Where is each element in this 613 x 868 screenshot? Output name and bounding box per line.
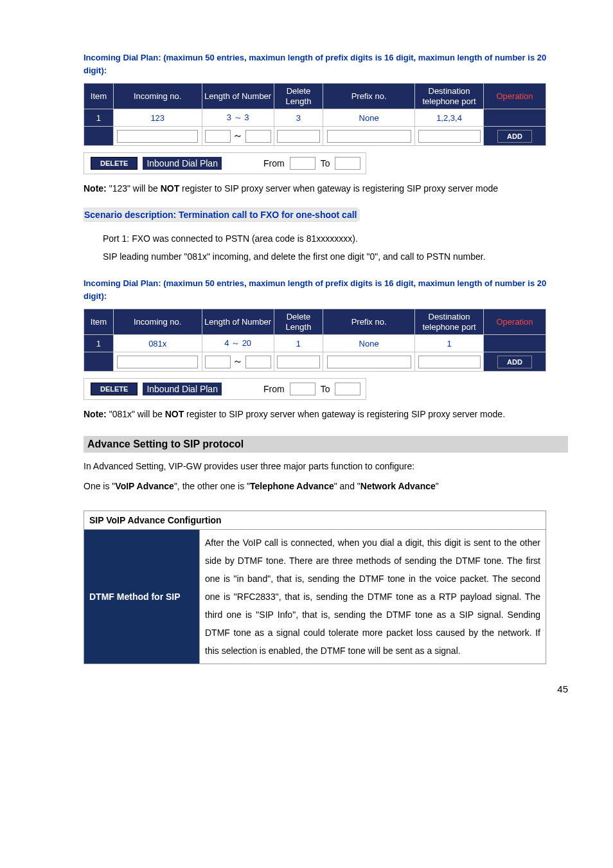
to-input[interactable] bbox=[335, 383, 360, 395]
col-length: Length of Number bbox=[202, 84, 274, 109]
tilde-label: ～ bbox=[233, 130, 243, 141]
col-dest: Destination telephone port bbox=[414, 84, 483, 109]
length-to-input[interactable] bbox=[245, 130, 271, 143]
cell-length: 3 ～ 3 bbox=[202, 109, 274, 127]
from-label: From bbox=[263, 384, 285, 394]
cell-incoming-input bbox=[113, 352, 202, 372]
cell-item-input bbox=[84, 127, 114, 146]
length-to-input[interactable] bbox=[245, 356, 271, 368]
delete-input[interactable] bbox=[277, 356, 321, 368]
dialplan-title-2: Incoming Dial Plan: (maximun 50 entries,… bbox=[84, 277, 568, 302]
to-label: To bbox=[321, 384, 330, 394]
inbound-label: Inbound Dial Plan bbox=[143, 383, 222, 395]
cell-length-input: ～ bbox=[202, 352, 274, 372]
dest-input[interactable] bbox=[418, 130, 481, 143]
incoming-input[interactable] bbox=[117, 356, 198, 368]
table-row: 1 081x 4 ～ 20 1 None 1 bbox=[84, 335, 546, 352]
cell-op bbox=[484, 109, 546, 127]
col-dest: Destination telephone port bbox=[414, 309, 483, 335]
cell-incoming-input bbox=[113, 127, 202, 146]
cell-op bbox=[484, 335, 546, 352]
cell-dest: 1 bbox=[414, 335, 483, 352]
scenario-heading: Scenario description: Termination call t… bbox=[84, 209, 360, 221]
cell-item-input bbox=[84, 352, 114, 372]
dialplan-footer-1: DELETE Inbound Dial Plan From To bbox=[84, 152, 546, 174]
inbound-label: Inbound Dial Plan bbox=[143, 157, 222, 170]
cell-add: ADD bbox=[484, 352, 546, 372]
cell-dest: 1,2,3,4 bbox=[414, 109, 483, 127]
cell-dest-input bbox=[414, 127, 483, 146]
page-number: 45 bbox=[84, 683, 568, 694]
dialplan-table-2: Item Incoming no. Length of Number Delet… bbox=[84, 309, 546, 372]
delete-button[interactable]: DELETE bbox=[91, 157, 138, 170]
add-button[interactable]: ADD bbox=[497, 130, 532, 143]
dialplan-table-1: Item Incoming no. Length of Number Delet… bbox=[84, 83, 546, 146]
cell-prefix: None bbox=[323, 109, 415, 127]
scenario-line-2: SIP leading number "081x" incoming, and … bbox=[103, 248, 568, 266]
cell-delete: 1 bbox=[274, 335, 323, 352]
col-length: Length of Number bbox=[202, 309, 274, 335]
prefix-input[interactable] bbox=[327, 356, 411, 368]
dialplan-title-1: Incoming Dial Plan: (maximun 50 entries,… bbox=[84, 51, 568, 77]
advance-para-2: One is "VoIP Advance", the other one is … bbox=[84, 478, 568, 495]
col-item: Item bbox=[84, 84, 114, 109]
col-incoming: Incoming no. bbox=[113, 309, 202, 335]
from-label: From bbox=[263, 158, 285, 168]
dest-input[interactable] bbox=[418, 356, 481, 368]
cell-add: ADD bbox=[484, 127, 546, 146]
col-incoming: Incoming no. bbox=[113, 84, 202, 109]
from-input[interactable] bbox=[290, 383, 315, 395]
incoming-input[interactable] bbox=[117, 130, 198, 143]
note-1: Note: "123" will be NOT register to SIP … bbox=[84, 179, 568, 197]
dialplan-footer-2: DELETE Inbound Dial Plan From To bbox=[84, 378, 546, 400]
prefix-input[interactable] bbox=[327, 130, 411, 143]
cell-incoming: 123 bbox=[113, 109, 202, 127]
scenario-line-1: Port 1: FXO was connected to PSTN (area … bbox=[103, 230, 568, 248]
add-button[interactable]: ADD bbox=[497, 356, 532, 368]
from-input[interactable] bbox=[290, 157, 315, 170]
config-row-label: DTMF Method for SIP bbox=[84, 529, 200, 664]
advance-heading: Advance Setting to SIP protocol bbox=[84, 436, 568, 453]
length-from-input[interactable] bbox=[205, 356, 231, 368]
cell-item: 1 bbox=[84, 335, 114, 352]
cell-prefix: None bbox=[323, 335, 415, 352]
length-from-input[interactable] bbox=[205, 130, 231, 143]
delete-button[interactable]: DELETE bbox=[91, 383, 138, 395]
col-operation: Operation bbox=[484, 84, 546, 109]
scenario-lines: Port 1: FXO was connected to PSTN (area … bbox=[103, 230, 568, 266]
cell-length-input: ～ bbox=[202, 127, 274, 146]
table-row: 1 123 3 ～ 3 3 None 1,2,3,4 bbox=[84, 109, 546, 127]
col-item: Item bbox=[84, 309, 114, 335]
col-prefix: Prefix no. bbox=[323, 84, 415, 109]
cell-prefix-input bbox=[323, 352, 415, 372]
col-delete: Delete Length bbox=[274, 84, 323, 109]
col-delete: Delete Length bbox=[274, 309, 323, 335]
config-header: SIP VoIP Advance Configurtion bbox=[84, 511, 546, 529]
config-row-text: After the VoIP call is connected, when y… bbox=[200, 529, 546, 664]
cell-prefix-input bbox=[323, 127, 415, 146]
col-operation: Operation bbox=[484, 309, 546, 335]
input-row: ～ ADD bbox=[84, 352, 546, 372]
cell-delete: 3 bbox=[274, 109, 323, 127]
col-prefix: Prefix no. bbox=[323, 309, 415, 335]
note-2: Note: "081x" will be NOT register to SIP… bbox=[84, 405, 568, 423]
advance-para-1: In Advanced Setting, VIP-GW provides use… bbox=[84, 458, 568, 475]
cell-delete-input bbox=[274, 127, 323, 146]
tilde-label: ～ bbox=[233, 356, 243, 366]
cell-incoming: 081x bbox=[113, 335, 202, 352]
delete-input[interactable] bbox=[277, 130, 321, 143]
to-label: To bbox=[321, 158, 330, 168]
config-table: SIP VoIP Advance Configurtion DTMF Metho… bbox=[84, 511, 546, 664]
to-input[interactable] bbox=[335, 157, 360, 170]
cell-item: 1 bbox=[84, 109, 114, 127]
input-row: ～ ADD bbox=[84, 127, 546, 146]
cell-length: 4 ～ 20 bbox=[202, 335, 274, 352]
cell-dest-input bbox=[414, 352, 483, 372]
cell-delete-input bbox=[274, 352, 323, 372]
